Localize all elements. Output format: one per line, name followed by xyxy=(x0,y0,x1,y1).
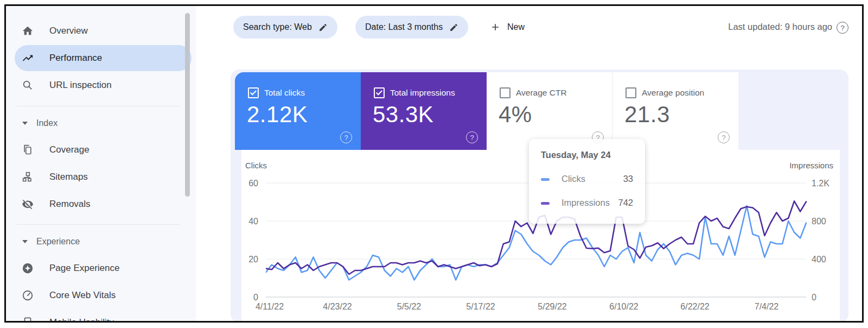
section-header-label: Index xyxy=(36,118,58,128)
y-tick: 60 xyxy=(233,179,258,188)
tooltip-row-value: 742 xyxy=(618,198,633,208)
search-icon xyxy=(21,79,34,92)
left-axis-title: Clicks xyxy=(245,161,267,170)
right-axis-title: Impressions xyxy=(779,161,833,170)
average-position-card[interactable]: Average position 21.3 xyxy=(612,72,738,150)
tooltip-row-label: Impressions xyxy=(561,198,610,208)
trending-up-icon xyxy=(21,52,34,65)
x-tick: 5/17/22 xyxy=(456,302,505,312)
x-tick: 4/23/22 xyxy=(313,302,362,312)
clicks-series-swatch xyxy=(541,178,550,181)
checkbox-checked-icon[interactable] xyxy=(374,87,385,98)
card-value: 53.3K xyxy=(373,102,433,128)
card-label: Total impressions xyxy=(390,88,455,98)
sidebar-item-mobile-usability[interactable]: Mobile Usability xyxy=(6,309,190,321)
x-tick: 6/22/22 xyxy=(671,302,719,312)
chart-tooltip: Tuesday, May 24 Clicks 33 Impressions 74… xyxy=(529,139,645,224)
x-tick: 5/29/22 xyxy=(528,302,577,312)
star-circle-icon xyxy=(21,262,34,275)
card-value: 21.3 xyxy=(624,102,670,128)
sidebar-item-coverage[interactable]: Coverage xyxy=(6,136,190,163)
sidebar-divider xyxy=(17,224,180,225)
chevron-down-icon xyxy=(22,240,28,243)
average-ctr-card[interactable]: Average CTR 4% xyxy=(487,72,612,150)
total-impressions-card[interactable]: Total impressions 53.3K xyxy=(361,72,487,150)
y-tick: 40 xyxy=(233,217,258,226)
help-icon[interactable] xyxy=(718,131,730,143)
gauge-icon xyxy=(21,289,34,302)
y2-tick: 800 xyxy=(812,217,826,226)
sidebar-item-label: Mobile Usability xyxy=(49,317,114,321)
y-tick: 20 xyxy=(233,255,258,264)
help-icon[interactable] xyxy=(837,22,848,34)
sidebar-scrollbar[interactable] xyxy=(185,13,190,197)
section-header-label: Experience xyxy=(36,237,80,247)
x-tick: 4/11/22 xyxy=(245,302,294,312)
impressions-series-swatch xyxy=(541,202,550,205)
tooltip-row-label: Clicks xyxy=(561,174,585,184)
pencil-icon xyxy=(449,23,458,32)
card-value: 4% xyxy=(499,102,532,128)
sidebar-item-sitemaps[interactable]: Sitemaps xyxy=(6,163,190,191)
tooltip-date: Tuesday, May 24 xyxy=(541,150,611,160)
x-tick: 6/10/22 xyxy=(599,302,648,312)
sidebar: Overview Performance URL inspection Inde… xyxy=(6,6,196,321)
y2-tick: 0 xyxy=(812,293,816,302)
eye-off-icon xyxy=(21,198,34,211)
card-label: Total clicks xyxy=(264,88,305,98)
y2-tick: 1.2K xyxy=(812,179,829,188)
sidebar-item-label: Page Experience xyxy=(49,263,119,274)
y-tick: 0 xyxy=(233,293,258,302)
sidebar-item-performance[interactable]: Performance xyxy=(6,45,190,72)
card-label: Average CTR xyxy=(516,88,567,98)
sidebar-item-label: Removals xyxy=(49,199,91,210)
sidebar-item-label: URL inspection xyxy=(49,80,112,91)
card-value: 2.12K xyxy=(247,102,308,128)
card-label: Average position xyxy=(642,88,704,98)
sidebar-item-removals[interactable]: Removals xyxy=(6,191,190,218)
tooltip-row-value: 33 xyxy=(623,174,633,184)
chevron-down-icon xyxy=(22,122,28,125)
checkbox-checked-icon[interactable] xyxy=(248,87,259,98)
new-button-label: New xyxy=(507,22,525,32)
sidebar-section-index[interactable]: Index xyxy=(6,112,190,134)
plus-icon xyxy=(490,22,501,33)
date-chip-label: Date: Last 3 months xyxy=(365,22,443,32)
x-tick: 7/4/22 xyxy=(742,302,791,312)
help-icon[interactable] xyxy=(466,131,478,143)
sidebar-item-url-inspection[interactable]: URL inspection xyxy=(6,72,190,99)
checkbox-unchecked-icon[interactable] xyxy=(626,87,636,98)
sitemap-icon xyxy=(21,171,34,184)
sidebar-item-overview[interactable]: Overview xyxy=(6,17,190,45)
sidebar-item-core-web-vitals[interactable]: Core Web Vitals xyxy=(6,282,190,309)
sidebar-item-label: Core Web Vitals xyxy=(49,290,116,301)
sidebar-divider xyxy=(17,106,180,106)
x-tick: 5/5/22 xyxy=(385,302,433,312)
sidebar-item-label: Overview xyxy=(49,26,88,36)
sidebar-section-experience[interactable]: Experience xyxy=(6,231,190,253)
last-updated-text: Last updated: 9 hours ago xyxy=(728,22,832,32)
home-icon xyxy=(21,24,34,37)
y2-tick: 400 xyxy=(812,255,826,264)
search-type-chip-label: Search type: Web xyxy=(243,22,312,32)
copy-pages-icon xyxy=(21,143,34,156)
search-type-chip[interactable]: Search type: Web xyxy=(233,16,337,39)
checkbox-unchecked-icon[interactable] xyxy=(500,87,510,98)
phone-icon xyxy=(21,316,34,321)
new-filter-button[interactable]: New xyxy=(484,16,530,39)
pencil-icon xyxy=(318,23,328,32)
total-clicks-card[interactable]: Total clicks 2.12K xyxy=(235,72,361,150)
date-range-chip[interactable]: Date: Last 3 months xyxy=(355,16,468,39)
help-icon[interactable] xyxy=(340,131,352,143)
sidebar-item-label: Performance xyxy=(49,53,102,64)
sidebar-item-label: Sitemaps xyxy=(49,172,88,182)
sidebar-item-page-experience[interactable]: Page Experience xyxy=(6,255,190,282)
sidebar-item-label: Coverage xyxy=(49,144,90,155)
